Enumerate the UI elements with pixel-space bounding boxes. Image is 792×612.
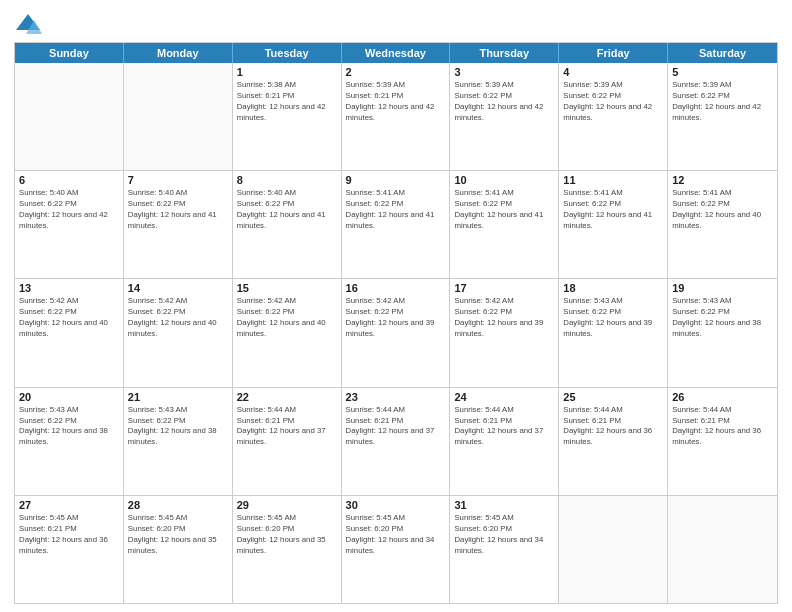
- day-info: Sunrise: 5:41 AM Sunset: 6:22 PM Dayligh…: [346, 188, 446, 232]
- day-info: Sunrise: 5:44 AM Sunset: 6:21 PM Dayligh…: [563, 405, 663, 449]
- day-info: Sunrise: 5:42 AM Sunset: 6:22 PM Dayligh…: [237, 296, 337, 340]
- day-number: 4: [563, 66, 663, 78]
- day-info: Sunrise: 5:43 AM Sunset: 6:22 PM Dayligh…: [563, 296, 663, 340]
- day-number: 8: [237, 174, 337, 186]
- calendar-week-3: 13Sunrise: 5:42 AM Sunset: 6:22 PM Dayli…: [15, 278, 777, 386]
- calendar-cell: [559, 496, 668, 603]
- calendar-cell: 2Sunrise: 5:39 AM Sunset: 6:21 PM Daylig…: [342, 63, 451, 170]
- day-number: 18: [563, 282, 663, 294]
- day-info: Sunrise: 5:39 AM Sunset: 6:22 PM Dayligh…: [672, 80, 773, 124]
- day-info: Sunrise: 5:42 AM Sunset: 6:22 PM Dayligh…: [19, 296, 119, 340]
- day-number: 27: [19, 499, 119, 511]
- calendar-cell: 11Sunrise: 5:41 AM Sunset: 6:22 PM Dayli…: [559, 171, 668, 278]
- day-number: 19: [672, 282, 773, 294]
- calendar-cell: [124, 63, 233, 170]
- day-info: Sunrise: 5:45 AM Sunset: 6:20 PM Dayligh…: [128, 513, 228, 557]
- calendar-cell: 22Sunrise: 5:44 AM Sunset: 6:21 PM Dayli…: [233, 388, 342, 495]
- day-number: 31: [454, 499, 554, 511]
- day-number: 9: [346, 174, 446, 186]
- logo: [14, 10, 46, 38]
- page-header: [14, 10, 778, 38]
- calendar-cell: 20Sunrise: 5:43 AM Sunset: 6:22 PM Dayli…: [15, 388, 124, 495]
- day-number: 23: [346, 391, 446, 403]
- day-info: Sunrise: 5:43 AM Sunset: 6:22 PM Dayligh…: [672, 296, 773, 340]
- calendar-header: SundayMondayTuesdayWednesdayThursdayFrid…: [15, 43, 777, 63]
- day-number: 11: [563, 174, 663, 186]
- calendar-cell: 15Sunrise: 5:42 AM Sunset: 6:22 PM Dayli…: [233, 279, 342, 386]
- calendar-cell: 18Sunrise: 5:43 AM Sunset: 6:22 PM Dayli…: [559, 279, 668, 386]
- day-info: Sunrise: 5:45 AM Sunset: 6:20 PM Dayligh…: [346, 513, 446, 557]
- day-number: 21: [128, 391, 228, 403]
- day-number: 2: [346, 66, 446, 78]
- day-number: 17: [454, 282, 554, 294]
- calendar: SundayMondayTuesdayWednesdayThursdayFrid…: [14, 42, 778, 604]
- day-info: Sunrise: 5:44 AM Sunset: 6:21 PM Dayligh…: [454, 405, 554, 449]
- day-info: Sunrise: 5:44 AM Sunset: 6:21 PM Dayligh…: [672, 405, 773, 449]
- day-number: 7: [128, 174, 228, 186]
- day-info: Sunrise: 5:45 AM Sunset: 6:20 PM Dayligh…: [237, 513, 337, 557]
- calendar-cell: 10Sunrise: 5:41 AM Sunset: 6:22 PM Dayli…: [450, 171, 559, 278]
- day-info: Sunrise: 5:41 AM Sunset: 6:22 PM Dayligh…: [563, 188, 663, 232]
- calendar-body: 1Sunrise: 5:38 AM Sunset: 6:21 PM Daylig…: [15, 63, 777, 603]
- calendar-cell: 29Sunrise: 5:45 AM Sunset: 6:20 PM Dayli…: [233, 496, 342, 603]
- day-info: Sunrise: 5:45 AM Sunset: 6:21 PM Dayligh…: [19, 513, 119, 557]
- calendar-cell: 28Sunrise: 5:45 AM Sunset: 6:20 PM Dayli…: [124, 496, 233, 603]
- day-info: Sunrise: 5:40 AM Sunset: 6:22 PM Dayligh…: [19, 188, 119, 232]
- day-info: Sunrise: 5:44 AM Sunset: 6:21 PM Dayligh…: [237, 405, 337, 449]
- day-number: 30: [346, 499, 446, 511]
- calendar-cell: 5Sunrise: 5:39 AM Sunset: 6:22 PM Daylig…: [668, 63, 777, 170]
- calendar-cell: 17Sunrise: 5:42 AM Sunset: 6:22 PM Dayli…: [450, 279, 559, 386]
- day-number: 22: [237, 391, 337, 403]
- day-info: Sunrise: 5:45 AM Sunset: 6:20 PM Dayligh…: [454, 513, 554, 557]
- header-day-saturday: Saturday: [668, 43, 777, 63]
- calendar-cell: 3Sunrise: 5:39 AM Sunset: 6:22 PM Daylig…: [450, 63, 559, 170]
- day-info: Sunrise: 5:39 AM Sunset: 6:22 PM Dayligh…: [454, 80, 554, 124]
- calendar-week-2: 6Sunrise: 5:40 AM Sunset: 6:22 PM Daylig…: [15, 170, 777, 278]
- day-info: Sunrise: 5:42 AM Sunset: 6:22 PM Dayligh…: [454, 296, 554, 340]
- calendar-cell: 27Sunrise: 5:45 AM Sunset: 6:21 PM Dayli…: [15, 496, 124, 603]
- day-number: 16: [346, 282, 446, 294]
- day-number: 20: [19, 391, 119, 403]
- day-number: 28: [128, 499, 228, 511]
- day-number: 10: [454, 174, 554, 186]
- calendar-cell: 16Sunrise: 5:42 AM Sunset: 6:22 PM Dayli…: [342, 279, 451, 386]
- calendar-cell: 24Sunrise: 5:44 AM Sunset: 6:21 PM Dayli…: [450, 388, 559, 495]
- day-info: Sunrise: 5:42 AM Sunset: 6:22 PM Dayligh…: [346, 296, 446, 340]
- calendar-cell: [15, 63, 124, 170]
- calendar-cell: 21Sunrise: 5:43 AM Sunset: 6:22 PM Dayli…: [124, 388, 233, 495]
- day-info: Sunrise: 5:39 AM Sunset: 6:22 PM Dayligh…: [563, 80, 663, 124]
- day-number: 29: [237, 499, 337, 511]
- calendar-week-4: 20Sunrise: 5:43 AM Sunset: 6:22 PM Dayli…: [15, 387, 777, 495]
- day-info: Sunrise: 5:43 AM Sunset: 6:22 PM Dayligh…: [19, 405, 119, 449]
- calendar-cell: 23Sunrise: 5:44 AM Sunset: 6:21 PM Dayli…: [342, 388, 451, 495]
- day-info: Sunrise: 5:39 AM Sunset: 6:21 PM Dayligh…: [346, 80, 446, 124]
- day-info: Sunrise: 5:44 AM Sunset: 6:21 PM Dayligh…: [346, 405, 446, 449]
- calendar-cell: 12Sunrise: 5:41 AM Sunset: 6:22 PM Dayli…: [668, 171, 777, 278]
- day-number: 1: [237, 66, 337, 78]
- day-info: Sunrise: 5:42 AM Sunset: 6:22 PM Dayligh…: [128, 296, 228, 340]
- header-day-sunday: Sunday: [15, 43, 124, 63]
- header-day-wednesday: Wednesday: [342, 43, 451, 63]
- day-number: 26: [672, 391, 773, 403]
- header-day-monday: Monday: [124, 43, 233, 63]
- day-number: 12: [672, 174, 773, 186]
- calendar-cell: 8Sunrise: 5:40 AM Sunset: 6:22 PM Daylig…: [233, 171, 342, 278]
- calendar-cell: 25Sunrise: 5:44 AM Sunset: 6:21 PM Dayli…: [559, 388, 668, 495]
- calendar-cell: 30Sunrise: 5:45 AM Sunset: 6:20 PM Dayli…: [342, 496, 451, 603]
- logo-icon: [14, 10, 42, 38]
- day-info: Sunrise: 5:41 AM Sunset: 6:22 PM Dayligh…: [454, 188, 554, 232]
- day-number: 13: [19, 282, 119, 294]
- calendar-week-5: 27Sunrise: 5:45 AM Sunset: 6:21 PM Dayli…: [15, 495, 777, 603]
- calendar-cell: 1Sunrise: 5:38 AM Sunset: 6:21 PM Daylig…: [233, 63, 342, 170]
- calendar-cell: 14Sunrise: 5:42 AM Sunset: 6:22 PM Dayli…: [124, 279, 233, 386]
- header-day-tuesday: Tuesday: [233, 43, 342, 63]
- calendar-cell: 26Sunrise: 5:44 AM Sunset: 6:21 PM Dayli…: [668, 388, 777, 495]
- day-number: 15: [237, 282, 337, 294]
- day-number: 25: [563, 391, 663, 403]
- day-info: Sunrise: 5:40 AM Sunset: 6:22 PM Dayligh…: [128, 188, 228, 232]
- day-info: Sunrise: 5:40 AM Sunset: 6:22 PM Dayligh…: [237, 188, 337, 232]
- calendar-cell: 6Sunrise: 5:40 AM Sunset: 6:22 PM Daylig…: [15, 171, 124, 278]
- day-number: 6: [19, 174, 119, 186]
- header-day-thursday: Thursday: [450, 43, 559, 63]
- calendar-cell: [668, 496, 777, 603]
